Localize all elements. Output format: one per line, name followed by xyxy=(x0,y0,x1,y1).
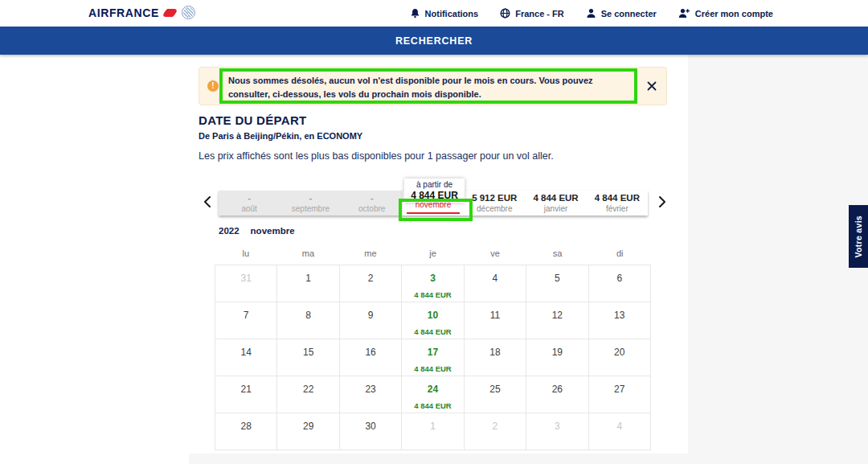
day-header: ve xyxy=(464,248,526,265)
calendar-day-cell-with-price[interactable]: 34 844 EUR xyxy=(402,265,464,302)
login-label: Se connecter xyxy=(601,9,657,18)
airfrance-accent-icon xyxy=(161,9,179,17)
calendar-day-cell: 9 xyxy=(339,302,401,339)
day-header: je xyxy=(402,248,465,265)
calendar-day-cell-with-price[interactable]: 104 844 EUR xyxy=(402,302,464,339)
carousel-prev-button[interactable] xyxy=(203,195,214,208)
calendar-day-cell: 20 xyxy=(588,339,650,376)
calendar-day-cell: 12 xyxy=(526,302,588,339)
calendar-day-cell: 14 xyxy=(215,339,277,376)
month-cell-fevrier[interactable]: 4 844 EUR février xyxy=(587,191,648,216)
skyteam-icon xyxy=(182,6,195,19)
calendar-day-cell: 26 xyxy=(526,376,588,413)
day-price: 4 844 EUR xyxy=(402,364,463,373)
month-label: décembre xyxy=(477,203,512,214)
calendar-day-cell: 4 xyxy=(588,413,650,450)
calendar-day-cell: 27 xyxy=(588,376,650,413)
calendar-day-cell: 25 xyxy=(464,376,526,413)
month-price: - xyxy=(371,193,374,203)
calendar-day-cell: 29 xyxy=(277,413,339,450)
calendar-day-cell-with-price[interactable]: 244 844 EUR xyxy=(402,376,464,413)
search-bar[interactable]: RECHERCHER xyxy=(0,27,868,55)
calendar-day-cell: 4 xyxy=(464,265,526,302)
bell-icon xyxy=(410,8,420,18)
calendar-day-cell: 2 xyxy=(464,413,526,450)
background-panel xyxy=(688,55,868,464)
calendar-day-cell: 6 xyxy=(588,265,650,302)
calendar-year: 2022 xyxy=(219,226,240,236)
calendar-day-cell: 16 xyxy=(339,339,401,376)
close-icon[interactable] xyxy=(646,80,657,92)
calendar-month: novembre xyxy=(251,226,295,236)
locale-label: France - FR xyxy=(515,9,564,18)
month-price: - xyxy=(248,193,251,203)
calendar-day-cell: 22 xyxy=(277,376,339,413)
month-label: août xyxy=(241,203,256,214)
calendar-week-row: 14 15 16 174 844 EUR 18 19 20 xyxy=(215,339,651,376)
calendar-day-cell: 5 xyxy=(526,265,588,302)
price-tooltip: à partir de 4 844 EUR xyxy=(404,179,465,203)
calendar-day-cell-with-price[interactable]: 174 844 EUR xyxy=(402,339,464,376)
calendar-day-cell: 18 xyxy=(464,339,526,376)
user-plus-icon xyxy=(678,8,690,18)
calendar-day-cell: 1 xyxy=(277,265,339,302)
notifications-button[interactable]: Notifications xyxy=(410,8,479,18)
user-icon xyxy=(586,8,596,18)
month-label: septembre xyxy=(292,203,330,214)
signup-label: Créer mon compte xyxy=(695,9,773,18)
page-title: DATE DU DÉPART xyxy=(199,113,306,127)
calendar-day-cell: 15 xyxy=(277,339,339,376)
calendar-day-cell: 13 xyxy=(588,302,650,339)
calendar-day-cell: 28 xyxy=(215,413,277,450)
calendar-day-cell: 11 xyxy=(464,302,526,339)
calendar-day-cell: 23 xyxy=(339,376,401,413)
day-price: 4 844 EUR xyxy=(402,327,463,336)
carousel-next-button[interactable] xyxy=(656,195,667,208)
month-cell-septembre: - septembre xyxy=(280,191,341,216)
calendar-day-cell: 3 xyxy=(526,413,588,450)
airfrance-logo[interactable]: AIRFRANCE xyxy=(88,6,195,19)
month-label: février xyxy=(606,203,628,214)
month-price: 4 844 EUR xyxy=(595,193,640,203)
calendar-day-cell: 1 xyxy=(402,413,464,450)
globe-icon xyxy=(500,8,510,18)
month-price: - xyxy=(309,193,313,203)
calendar: lu ma me je ve sa di 31 1 2 34 844 EUR 4… xyxy=(215,248,651,450)
airfrance-booking-page: AIRFRANCE Notifications France - FR xyxy=(0,0,868,464)
month-price: 4 844 EUR xyxy=(533,193,578,203)
alert-message: Nous sommes désolés, aucun vol n'est dis… xyxy=(228,74,634,101)
day-header: sa xyxy=(526,248,589,265)
feedback-tab[interactable]: Votre avis xyxy=(849,205,868,268)
top-navigation: Notifications France - FR Se connecter xyxy=(410,0,773,27)
price-note: Les prix affichés sont les plus bas disp… xyxy=(199,150,554,162)
month-cell-octobre: - octobre xyxy=(342,191,403,216)
calendar-day-cell: 7 xyxy=(215,302,277,339)
signup-button[interactable]: Créer mon compte xyxy=(678,8,773,18)
calendar-week-row: 7 8 9 104 844 EUR 11 12 13 xyxy=(215,302,651,339)
day-header: me xyxy=(339,248,402,265)
login-button[interactable]: Se connecter xyxy=(586,8,657,18)
month-cell-aout: - août xyxy=(219,191,280,216)
locale-selector[interactable]: France - FR xyxy=(500,8,564,18)
day-header: ma xyxy=(277,248,340,265)
calendar-week-row: 31 1 2 34 844 EUR 4 5 6 xyxy=(215,265,651,302)
calendar-week-row: 28 29 30 1 2 3 4 xyxy=(215,413,651,450)
calendar-day-cell: 8 xyxy=(277,302,339,339)
month-label: janvier xyxy=(544,203,567,214)
month-cell-decembre[interactable]: 5 912 EUR décembre xyxy=(464,191,525,216)
top-header: AIRFRANCE Notifications France - FR xyxy=(0,0,868,27)
month-price: 5 912 EUR xyxy=(472,193,517,203)
calendar-week-row: 21 22 23 244 844 EUR 25 26 27 xyxy=(215,376,651,413)
calendar-caption: 2022novembre xyxy=(219,226,295,236)
notifications-label: Notifications xyxy=(425,9,479,18)
day-price: 4 844 EUR xyxy=(402,290,463,299)
month-cell-janvier[interactable]: 4 844 EUR janvier xyxy=(525,191,586,216)
background-strip xyxy=(189,454,868,464)
tooltip-label: à partir de xyxy=(404,180,465,190)
calendar-day-cell: 31 xyxy=(215,265,277,302)
day-header: lu xyxy=(215,248,277,265)
no-flight-alert: ! Nous sommes désolés, aucun vol n'est d… xyxy=(199,67,667,105)
search-bar-label: RECHERCHER xyxy=(395,35,473,47)
day-price: 4 844 EUR xyxy=(402,401,463,410)
selected-month-underline xyxy=(407,212,460,214)
